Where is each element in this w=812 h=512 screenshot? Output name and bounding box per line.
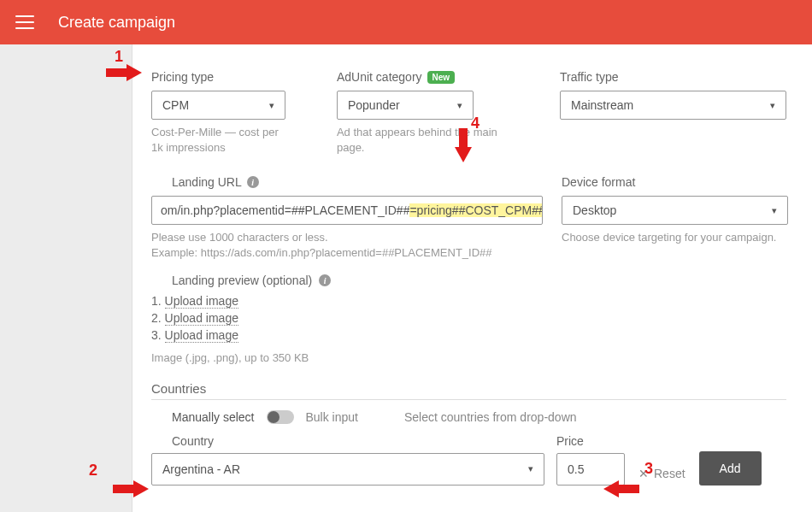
price-input[interactable]: 0.5	[556, 453, 625, 486]
pricing-type-label: Pricing type	[151, 70, 214, 84]
landing-preview-label: Landing preview (optional)	[172, 274, 312, 287]
adunit-value: Popunder	[348, 98, 400, 112]
new-badge: New	[427, 71, 456, 84]
upload-row-3: 3. Upload image	[151, 328, 543, 342]
price-value: 0.5	[568, 462, 584, 476]
traffic-field: Traffic type Mainstream ▾	[560, 70, 786, 120]
countries-header: Countries	[151, 381, 786, 400]
landing-url-highlighted: =pricing##COST_CPM##	[409, 203, 543, 217]
adunit-label: AdUnit category	[337, 70, 422, 84]
device-label: Device format	[562, 175, 635, 189]
upload-list: 1. Upload image 2. Upload image 3. Uploa…	[146, 294, 543, 342]
manual-select-label: Manually select	[172, 410, 255, 424]
close-icon: ✕	[638, 467, 649, 480]
upload-image-link[interactable]: Upload image	[165, 328, 238, 343]
country-value: Argentina - AR	[162, 462, 240, 476]
adunit-hint: Ad that appears behind the main page.	[337, 125, 509, 155]
reset-label: Reset	[654, 467, 685, 480]
device-value: Desktop	[573, 203, 616, 217]
upload-row-1: 1. Upload image	[151, 294, 543, 308]
device-hint: Choose device targeting for your campaig…	[562, 230, 788, 245]
bulk-toggle[interactable]	[267, 410, 294, 424]
top-bar: Create campaign	[0, 0, 812, 44]
traffic-value: Mainstream	[571, 98, 633, 112]
device-format-field: Device format Desktop ▾ Choose device ta…	[562, 170, 788, 366]
device-select[interactable]: Desktop ▾	[562, 196, 788, 225]
traffic-select[interactable]: Mainstream ▾	[560, 91, 786, 120]
chevron-down-icon: ▾	[770, 100, 775, 111]
landing-url-input[interactable]: om/in.php?placementid=##PLACEMENT_ID##=p…	[151, 196, 543, 225]
upload-hint: Image (.jpg, .png), up to 350 KB	[151, 350, 543, 366]
country-select[interactable]: Argentina - AR ▾	[151, 453, 544, 486]
pricing-hint: Cost-Per-Mille — cost per 1k impressions	[151, 125, 285, 155]
country-label: Country	[172, 434, 544, 448]
upload-image-link[interactable]: Upload image	[165, 294, 238, 309]
main-content: Pricing type CPM ▾ Cost-Per-Mille — cost…	[132, 44, 812, 512]
adunit-field: AdUnit category New Popunder ▾ Ad that a…	[337, 70, 509, 155]
landing-url-label: Landing URL	[172, 175, 242, 189]
pricing-type-field: Pricing type CPM ▾ Cost-Per-Mille — cost…	[151, 70, 285, 155]
landing-url-field: Landing URL i om/in.php?placementid=##PL…	[151, 170, 543, 366]
price-label: Price	[556, 434, 625, 448]
chevron-down-icon: ▾	[528, 463, 533, 474]
add-button[interactable]: Add	[699, 451, 762, 486]
left-sidebar	[0, 44, 132, 512]
landing-url-prefix: om/in.php?placementid=##PLACEMENT_ID##	[161, 203, 409, 217]
upload-image-link[interactable]: Upload image	[165, 311, 238, 326]
traffic-label: Traffic type	[560, 70, 618, 84]
upload-row-2: 2. Upload image	[151, 311, 543, 325]
chevron-down-icon: ▾	[269, 100, 274, 111]
page-title: Create campaign	[58, 14, 175, 32]
reset-button[interactable]: ✕ Reset	[637, 462, 687, 486]
info-icon[interactable]: i	[247, 176, 259, 188]
bulk-input-label: Bulk input	[306, 410, 358, 424]
chevron-down-icon: ▾	[457, 100, 462, 111]
adunit-select[interactable]: Popunder ▾	[337, 91, 474, 120]
countries-instruction: Select countries from drop-down	[404, 410, 577, 424]
chevron-down-icon: ▾	[772, 205, 777, 216]
pricing-type-select[interactable]: CPM ▾	[151, 91, 285, 120]
menu-icon[interactable]	[15, 15, 34, 29]
pricing-type-value: CPM	[162, 98, 189, 112]
landing-hint-2: Example: https://ads.com/in.php?placemen…	[151, 245, 543, 261]
info-icon[interactable]: i	[319, 274, 331, 286]
landing-hint-1: Please use 1000 characters or less.	[151, 230, 543, 245]
